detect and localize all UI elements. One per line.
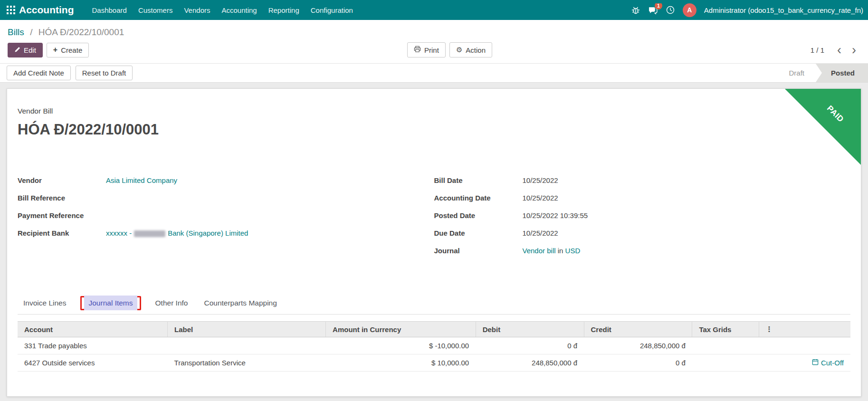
cell-credit[interactable]: 248,850,000 đ [584, 337, 692, 354]
menu-dashboard[interactable]: Dashboard [86, 0, 133, 20]
cell-extra[interactable] [759, 337, 850, 354]
action-button[interactable]: ⚙ Action [449, 42, 492, 57]
reset-to-draft-button[interactable]: Reset to Draft [76, 66, 133, 80]
cell-amount-currency[interactable]: $ -10,000.00 [326, 337, 476, 354]
apps-menu-icon[interactable] [6, 6, 19, 14]
vendor-value-link[interactable]: Asia Limited Company [106, 176, 177, 184]
cutoff-link[interactable]: Cut-Off [812, 359, 844, 367]
tab-invoice-lines[interactable]: Invoice Lines [21, 294, 68, 312]
pager-next-icon[interactable]: › [848, 45, 860, 55]
main-menu: Dashboard Customers Vendors Accounting R… [86, 0, 359, 20]
total-credit: 248,850,000.00 [584, 396, 692, 397]
field-groups: Vendor Asia Limited Company Bill Referen… [18, 176, 850, 264]
bill-reference-label: Bill Reference [18, 194, 106, 202]
journal-items-totals: 248,850,000.00 248,850,000.00 [18, 396, 850, 397]
pager: 1 / 1 ‹ › [811, 45, 860, 55]
document-title: HÓA Đ/2022/10/0001 [18, 121, 850, 138]
cell-tax-grids[interactable] [692, 337, 759, 354]
col-amount-in-currency[interactable]: Amount in Currency [326, 322, 476, 337]
pager-value: 1 / 1 [811, 46, 824, 54]
breadcrumb-separator: / [30, 27, 32, 37]
cell-amount-currency[interactable]: $ 10,000.00 [326, 354, 476, 372]
actions-row: Edit + Create Print ⚙ Action [0, 39, 868, 63]
recipient-bank-value[interactable]: xxxxxx -Bank (Singapore) Limited [106, 229, 248, 237]
print-button[interactable]: Print [407, 42, 446, 57]
accounting-date-label: Accounting Date [434, 194, 523, 202]
notebook-tabs: Invoice Lines Journal Items Other Info C… [18, 292, 850, 315]
menu-vendors[interactable]: Vendors [178, 0, 216, 20]
payment-reference-label: Payment Reference [18, 211, 106, 220]
vendor-label: Vendor [18, 176, 106, 184]
cell-cutoff[interactable]: Cut-Off [759, 354, 850, 372]
journal-name-link[interactable]: Vendor bill [523, 247, 556, 255]
tab-journal-items[interactable]: Journal Items [84, 296, 137, 310]
cell-label[interactable] [168, 337, 326, 354]
messages-icon[interactable]: 1 [648, 5, 658, 15]
journal-items-table: Account Label Amount in Currency Debit C… [18, 321, 850, 372]
total-debit: 248,850,000.00 [476, 396, 584, 397]
redacted-bank-name [134, 230, 165, 237]
form-view: PAID Vendor Bill HÓA Đ/2022/10/0001 Vend… [0, 83, 868, 397]
activities-clock-icon[interactable] [666, 5, 675, 15]
col-account[interactable]: Account [18, 322, 168, 337]
due-date-label: Due Date [434, 229, 523, 237]
table-row[interactable]: 6427 Outside services Transportation Ser… [18, 354, 850, 372]
journal-currency-link[interactable]: USD [565, 247, 581, 255]
menu-customers[interactable]: Customers [133, 0, 179, 20]
optional-columns-toggle-icon[interactable]: ⋮ [766, 325, 773, 334]
field-group-left: Vendor Asia Limited Company Bill Referen… [18, 176, 434, 264]
vendor-bill-sheet: PAID Vendor Bill HÓA Đ/2022/10/0001 Vend… [7, 88, 861, 397]
col-debit[interactable]: Debit [476, 322, 584, 337]
cell-account[interactable]: 331 Trade payables [18, 337, 168, 354]
menu-accounting[interactable]: Accounting [216, 0, 262, 20]
tab-other-info[interactable]: Other Info [153, 294, 190, 312]
state-posted[interactable]: Posted [816, 64, 868, 82]
user-menu[interactable]: Administrator (odoo15_to_bank_currency_r… [704, 6, 863, 14]
control-panel: Bills / HÓA Đ/2022/10/0001 Edit + Create [0, 20, 868, 83]
gear-icon: ⚙ [456, 46, 462, 54]
cell-account[interactable]: 6427 Outside services [18, 354, 168, 372]
breadcrumb: Bills / HÓA Đ/2022/10/0001 [0, 20, 868, 39]
annotation-red-box: Journal Items [80, 296, 141, 310]
table-row[interactable]: 331 Trade payables $ -10,000.00 0 đ 248,… [18, 337, 850, 354]
plus-icon: + [53, 46, 57, 54]
table-header-row: Account Label Amount in Currency Debit C… [18, 322, 850, 337]
col-label[interactable]: Label [168, 322, 326, 337]
due-date-value: 10/25/2022 [523, 229, 558, 237]
bill-date-value: 10/25/2022 [523, 176, 558, 184]
debug-bug-icon[interactable] [631, 5, 640, 15]
calendar-icon [812, 359, 819, 367]
statusbar: Add Credit Note Reset to Draft Draft Pos… [0, 63, 868, 83]
create-button[interactable]: + Create [47, 43, 89, 57]
menu-reporting[interactable]: Reporting [263, 0, 305, 20]
top-navbar: Accounting Dashboard Customers Vendors A… [0, 0, 868, 20]
status-states: Draft Posted [777, 64, 868, 82]
pencil-icon [14, 46, 20, 54]
pager-previous-icon[interactable]: ‹ [833, 45, 846, 55]
posted-date-label: Posted Date [434, 211, 523, 220]
document-type-label: Vendor Bill [18, 107, 850, 115]
accounting-date-value: 10/25/2022 [523, 194, 558, 202]
nav-systray: 1 A Administrator (odoo15_to_bank_curren… [631, 3, 863, 17]
cell-debit[interactable]: 0 đ [476, 337, 584, 354]
app-name[interactable]: Accounting [19, 4, 74, 16]
cell-label[interactable]: Transportation Service [168, 354, 326, 372]
add-credit-note-button[interactable]: Add Credit Note [7, 66, 71, 80]
journal-in-word: in [558, 247, 563, 255]
user-avatar[interactable]: A [683, 3, 696, 17]
bill-date-label: Bill Date [434, 176, 523, 184]
col-credit[interactable]: Credit [584, 322, 692, 337]
state-draft[interactable]: Draft [777, 64, 816, 82]
breadcrumb-bills-link[interactable]: Bills [8, 27, 24, 37]
recipient-bank-label: Recipient Bank [18, 229, 106, 237]
col-tax-grids[interactable]: Tax Grids [692, 322, 759, 337]
journal-label: Journal [434, 247, 523, 255]
cell-debit[interactable]: 248,850,000 đ [476, 354, 584, 372]
cell-credit[interactable]: 0 đ [584, 354, 692, 372]
menu-configuration[interactable]: Configuration [305, 0, 359, 20]
tab-counterparts-mapping[interactable]: Counterparts Mapping [202, 294, 278, 312]
breadcrumb-current: HÓA Đ/2022/10/0001 [38, 27, 124, 37]
field-group-right: Bill Date 10/25/2022 Accounting Date 10/… [434, 176, 851, 264]
edit-button[interactable]: Edit [8, 43, 43, 57]
cell-tax-grids[interactable] [692, 354, 759, 372]
